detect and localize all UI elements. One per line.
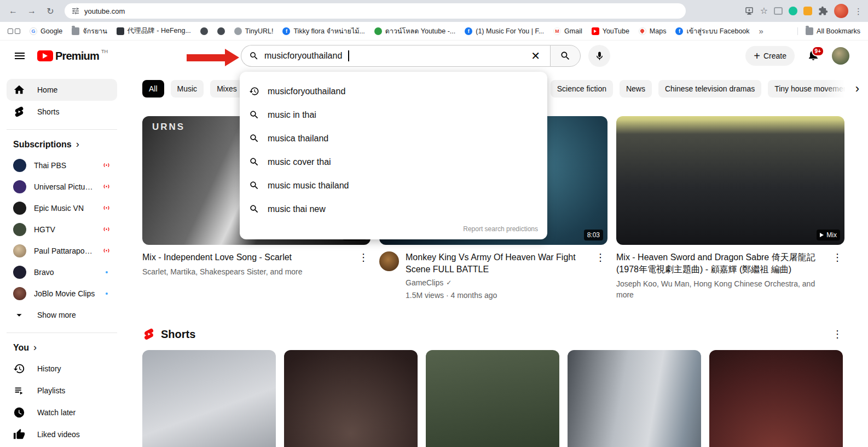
bookmark-facebook-login[interactable]: เข้าสู่ระบบ Facebook	[675, 26, 749, 37]
chip-all[interactable]: All	[142, 80, 164, 98]
sidebar-item-history[interactable]: History	[7, 358, 117, 380]
channel-avatar[interactable]	[379, 251, 399, 271]
suggestion-text: musicforyouthailand	[268, 87, 345, 96]
bookmark-google[interactable]: Google	[30, 27, 62, 35]
bookmark-icon-only-2[interactable]	[217, 27, 225, 35]
brand-text: Premium	[55, 50, 99, 62]
channel-avatar	[13, 180, 26, 193]
short-thumbnail[interactable]	[568, 350, 701, 447]
site-info-icon[interactable]	[71, 7, 80, 15]
video-menu-icon[interactable]: ⋮	[593, 251, 607, 301]
suggestion-item[interactable]: music thai new	[240, 197, 547, 221]
short-thumbnail[interactable]	[284, 350, 418, 447]
video-channel[interactable]: GameClips ✓	[406, 278, 587, 287]
chip-chinese-tv-dramas[interactable]: Chinese television dramas	[658, 80, 761, 98]
sidebar-item-playlists[interactable]: Playlists	[7, 380, 117, 402]
browser-reload-button[interactable]: ↻	[43, 3, 58, 19]
sidebar-item-label: History	[37, 364, 61, 373]
apps-grid-icon[interactable]	[8, 28, 20, 34]
bookmark-music-for-you[interactable]: (1) Music For You | F...	[465, 27, 544, 35]
suggestion-item[interactable]: music music thailand	[240, 174, 547, 197]
sidebar-item-liked-videos[interactable]: Liked videos	[7, 423, 117, 445]
sidebar-channel-epic-music-vn[interactable]: Epic Music VN	[7, 197, 117, 219]
video-byline[interactable]: Scarlet, Martika, Shakespears Sister, an…	[142, 266, 350, 277]
sidebar-item-home[interactable]: Home	[7, 79, 117, 101]
account-avatar[interactable]	[832, 47, 849, 65]
video-title[interactable]: Monkey King Vs Army Of Heaven War Fight …	[406, 251, 587, 276]
youtube-premium-logo[interactable]: Premium TH	[37, 50, 108, 62]
url-bar[interactable]: youtube.com	[65, 3, 686, 19]
install-icon[interactable]	[744, 6, 754, 16]
short-thumbnail[interactable]	[709, 350, 843, 447]
chips-scroll-right-icon[interactable]: ›	[855, 82, 863, 96]
sidebar-item-watch-later[interactable]: Watch later	[7, 402, 117, 423]
short-thumbnail[interactable]	[426, 350, 559, 447]
video-thumbnail[interactable]: Mix	[616, 116, 844, 245]
bookmark-folder[interactable]: จักรยาน	[72, 26, 107, 37]
channel-name: JoBlo Movie Clips	[34, 289, 98, 298]
green-extension-icon[interactable]	[789, 7, 797, 15]
bookmark-star-icon[interactable]: ☆	[760, 7, 768, 15]
shorts-shelf-menu-icon[interactable]: ⋮	[830, 328, 844, 340]
bookmark-youtube-download[interactable]: ดาวน์โหลด Youtube -...	[374, 26, 455, 37]
short-thumbnail[interactable]	[142, 350, 276, 447]
chip-music[interactable]: Music	[171, 80, 204, 98]
video-title[interactable]: Mix - Heaven Sword and Dragon Sabre 倚天屠龍…	[616, 251, 824, 276]
sidebar-channel-bravo[interactable]: Bravo	[7, 261, 117, 283]
bookmark-maps[interactable]: Maps	[639, 27, 667, 35]
suggestion-item[interactable]: music in thai	[240, 103, 547, 127]
search-button[interactable]	[550, 45, 581, 67]
hamburger-menu-icon[interactable]	[9, 45, 31, 67]
sidebar-channel-paul-pattarapon[interactable]: Paul Pattarapon ...	[7, 240, 117, 261]
sidebar-channel-hgtv[interactable]: HGTV	[7, 219, 117, 240]
chip-mixes[interactable]: Mixes	[210, 80, 244, 98]
bookmarks-overflow-icon[interactable]: »	[759, 26, 763, 36]
orange-extension-icon[interactable]	[803, 7, 812, 15]
sidebar-item-shorts[interactable]: Shorts	[7, 101, 117, 123]
video-card: Mix Mix - Heaven Sword and Dragon Sabre …	[616, 116, 844, 301]
browser-profile-avatar[interactable]	[834, 4, 848, 18]
video-menu-icon[interactable]: ⋮	[356, 251, 371, 277]
sidebar-channel-universal[interactable]: Universal Picture...	[7, 176, 117, 197]
playlist-play-icon	[820, 233, 824, 237]
you-header[interactable]: You ›	[7, 340, 117, 358]
suggestion-item[interactable]: musica thailand	[240, 127, 547, 150]
video-meta: 1.5M views · 4 months ago	[406, 290, 587, 301]
mix-badge: Mix	[817, 230, 840, 240]
bookmark-label: Gmail	[564, 27, 582, 35]
create-button[interactable]: + Create	[745, 46, 795, 66]
report-search-predictions-link[interactable]: Report search predictions	[240, 221, 547, 237]
bookmark-icon-only-1[interactable]	[200, 27, 208, 35]
search-input[interactable]: musicforyouthailand ✕	[241, 45, 550, 67]
notifications-button[interactable]: 9+	[807, 48, 820, 64]
bookmarks-bar: Google จักรยาน 代理品牌 - HeFeng... TinyURL!…	[0, 22, 868, 41]
clear-search-icon[interactable]: ✕	[529, 49, 542, 62]
video-menu-icon[interactable]: ⋮	[830, 251, 844, 300]
sidebar-channel-joblo[interactable]: JoBlo Movie Clips	[7, 283, 117, 304]
suggestion-item[interactable]: music cover thai	[240, 150, 547, 174]
all-bookmarks-button[interactable]: All Bookmarks	[797, 27, 860, 35]
inactive-extension-icon[interactable]	[774, 7, 783, 15]
live-badge-icon	[102, 161, 111, 169]
subscriptions-header[interactable]: Subscriptions ›	[7, 136, 117, 154]
shorts-icon	[13, 106, 25, 118]
sidebar-show-more[interactable]: Show more	[7, 304, 117, 326]
chip-science-fiction[interactable]: Science fiction	[551, 80, 613, 98]
browser-back-button[interactable]: ←	[5, 3, 21, 19]
browser-forward-button[interactable]: →	[24, 3, 39, 19]
video-title[interactable]: Mix - Independent Love Song - Scarlet	[142, 251, 350, 263]
sidebar-channel-thai-pbs[interactable]: Thai PBS	[7, 154, 117, 176]
bookmark-gmail[interactable]: Gmail	[553, 27, 582, 35]
bookmark-tikky-flora[interactable]: Tikky flora จำหน่ายไม้...	[282, 26, 364, 37]
chip-news[interactable]: News	[620, 80, 652, 98]
bookmark-youtube[interactable]: YouTube	[592, 27, 629, 35]
video-byline[interactable]: Joseph Koo, Wu Man, Hong Kong Chinese Or…	[616, 278, 824, 300]
bookmark-tinyurl[interactable]: TinyURL!	[234, 27, 274, 35]
channel-name: Epic Music VN	[34, 204, 95, 213]
voice-search-button[interactable]	[588, 45, 610, 67]
suggestion-item[interactable]: musicforyouthailand	[240, 79, 547, 103]
browser-menu-icon[interactable]: ⋮	[854, 7, 863, 15]
bookmark-hefeng[interactable]: 代理品牌 - HeFeng...	[117, 26, 191, 36]
search-icon	[249, 157, 259, 167]
extensions-puzzle-icon[interactable]	[818, 6, 828, 16]
